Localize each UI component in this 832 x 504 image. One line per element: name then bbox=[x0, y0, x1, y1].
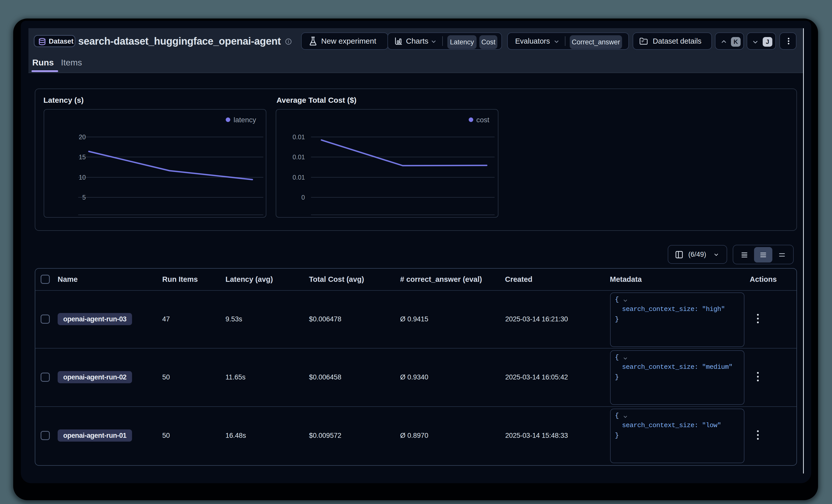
svg-text:10: 10 bbox=[79, 174, 86, 181]
svg-text:5: 5 bbox=[82, 194, 86, 201]
svg-text:0.01: 0.01 bbox=[292, 133, 305, 141]
svg-text:0: 0 bbox=[302, 194, 305, 201]
svg-text:latency: latency bbox=[234, 116, 256, 124]
svg-text:0.01: 0.01 bbox=[292, 153, 305, 161]
svg-text:15: 15 bbox=[79, 153, 86, 161]
svg-text:20: 20 bbox=[79, 133, 86, 141]
svg-text:0.01: 0.01 bbox=[292, 174, 305, 181]
svg-text:cost: cost bbox=[476, 116, 490, 124]
